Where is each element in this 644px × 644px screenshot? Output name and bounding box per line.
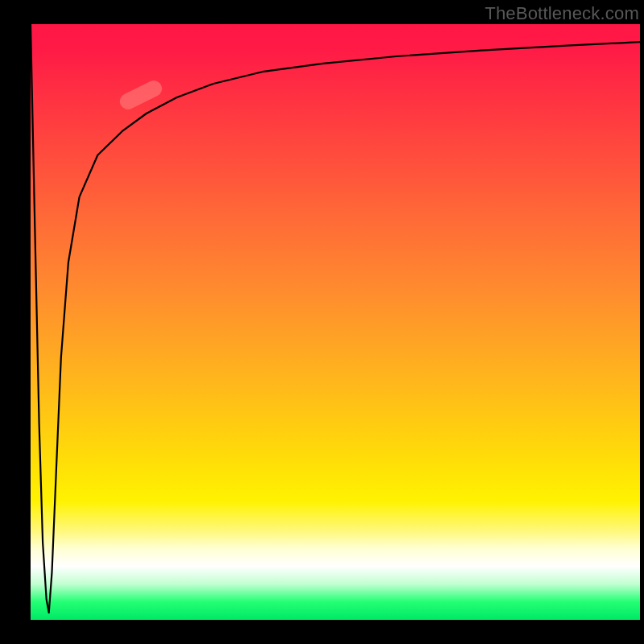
watermark-text: TheBottleneck.com <box>485 3 639 24</box>
chart-stage: TheBottleneck.com <box>0 0 644 644</box>
plot-area <box>31 24 640 620</box>
